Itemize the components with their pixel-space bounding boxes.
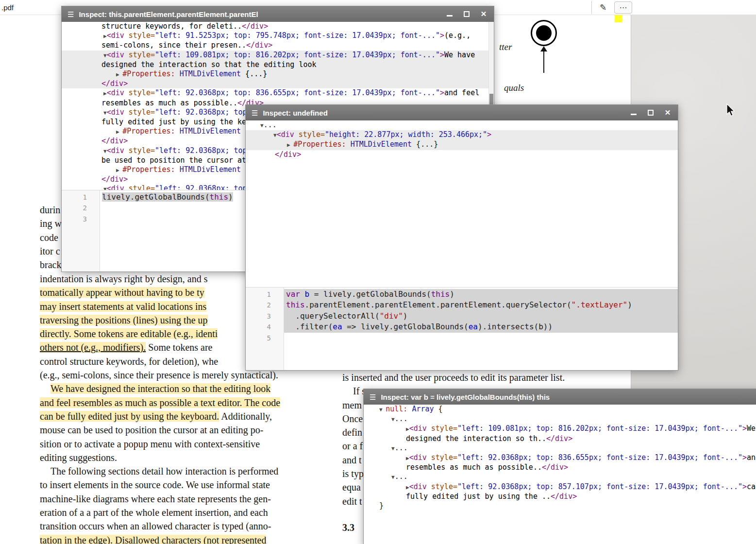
dom-tree-node[interactable]: </div> [246,150,678,159]
line-number: 1 [62,192,87,203]
text-segment: lively.getGlobalBounds( [102,192,210,202]
text-segment: "left: 109.081px; top: 816.202px; font-s… [457,424,742,433]
dom-tree-node[interactable]: fully edited just by using the ..</div> [364,492,756,501]
text-segment: ) [403,311,408,321]
tree-arrow-icon[interactable]: ▼ [103,52,107,59]
line-number: 5 [246,333,271,343]
maximize-button[interactable] [647,109,654,116]
window2-titlebar[interactable]: ☰ Inspect: undefined ✕ [246,105,678,120]
close-button[interactable]: ✕ [664,109,671,116]
dom-tree-node[interactable]: ▼ null: Array { [364,405,756,414]
window-menu-icon[interactable]: ☰ [370,393,376,401]
tree-arrow-icon[interactable]: ▼ [260,122,264,129]
code-area[interactable]: var b = lively.getGlobalBounds(this)this… [284,288,678,370]
code-editor[interactable]: 12345 var b = lively.getGlobalBounds(thi… [246,287,678,370]
text-segment: <div [107,31,124,40]
dom-tree-node[interactable]: structure keywords, for deleti..</div> [62,22,494,31]
dom-tree-node[interactable]: ▶<div style="left: 92.0368px; top: 857.1… [364,482,756,492]
dom-tree-node[interactable]: ▼... [246,120,678,130]
code-line[interactable] [284,333,678,343]
close-button[interactable]: ✕ [480,11,487,17]
tree-arrow-icon[interactable]: ▼ [103,110,107,116]
dom-tree-node[interactable]: ▶<div style="left: 92.0368px; top: 836.6… [62,88,494,98]
text-segment: => lively.getGlobalBounds( [342,322,469,331]
code-line[interactable]: this.parentElement.parentElement.parentE… [284,300,678,310]
pdf-text-line: sition or to activate a popup menu with … [40,437,329,451]
maximize-button[interactable] [463,11,470,17]
code-line[interactable]: var b = lively.getGlobalBounds(this) [284,289,678,300]
tree-arrow-icon[interactable]: ▼ [391,474,395,480]
mouse-cursor [726,103,738,118]
dom-tree-node[interactable]: ▼... [364,443,756,453]
tree-arrow-icon[interactable]: ▶ [287,142,293,148]
text: edit t [342,496,362,507]
tree-arrow-icon[interactable]: ▼ [391,416,395,423]
dom-tree-pane: ▼ null: Array {▼...▶<div style="left: 10… [364,405,756,544]
text-segment: ... [264,120,277,129]
minimize-button[interactable] [630,109,637,116]
text-segment: HTMLDivElement [175,165,241,174]
dom-tree-node[interactable]: ▶ #Properties: HTMLDivElement {...} [246,140,678,150]
code-line[interactable]: .filter(ea => lively.getGlobalBounds(ea)… [284,322,678,332]
text-segment: b [305,289,310,299]
tree-arrow-icon[interactable]: ▶ [103,90,107,97]
edit-pencil-button[interactable]: ✎ [595,1,611,14]
highlighted-text: We have designed the interaction so that… [50,383,270,394]
tree-arrow-icon[interactable]: ▼ [391,445,395,452]
dom-tree-node[interactable]: ▼... [364,414,756,424]
pdf-text-line: transition occurs when an allowed charac… [40,519,329,533]
text-segment: HTMLDivElement [175,69,241,78]
dom-tree-node[interactable]: ▼<div style="left: 109.081px; top: 816.2… [62,51,494,60]
dom-tree-node[interactable]: ▶<div style="left: 92.0368px; top: 836.6… [364,453,756,463]
tree-arrow-icon[interactable]: ▼ [379,407,386,413]
window3-titlebar[interactable]: ☰ Inspect: var b = lively.getGlobalBound… [364,389,756,405]
dom-tree-node[interactable]: } [364,501,756,510]
text-segment: = lively.getGlobalBounds( [309,289,431,299]
tree-arrow-icon[interactable]: ▼ [103,148,107,154]
tree-arrow-icon[interactable]: ▼ [273,132,277,138]
text-segment: this [210,192,229,202]
text-segment: ea [333,322,342,331]
text-segment: > [440,88,444,97]
dom-tree-node[interactable]: semi-colons, since their presen..</div> [62,41,494,50]
text-segment: .querySelectorAll( [286,311,380,321]
text-segment: <div [107,146,124,155]
tree-arrow-icon[interactable]: ▼ [103,186,107,190]
text-segment: </div> [542,463,568,472]
pdf-text-fragment: code [40,231,62,244]
code-line[interactable]: .querySelectorAll("div") [284,311,678,322]
text-segment: ... [395,414,408,423]
tree-arrow-icon[interactable]: ▶ [406,455,409,461]
dom-tree-node[interactable]: ▶ #Properties: HTMLDivElement {...} [62,69,494,79]
dom-tree-node[interactable]: ▶<div style="left: 91.5253px; top: 795.7… [62,31,494,41]
window-menu-icon[interactable]: ☰ [252,109,258,117]
dom-tree-node[interactable]: ▶<div style="left: 109.081px; top: 816.2… [364,424,756,434]
dom-tree-node[interactable]: ▼<div style="height: 22.877px; width: 25… [246,130,678,140]
dom-tree-node[interactable]: </div> [62,79,494,88]
pdf-text-line: can be fully edited just by using the ke… [40,409,329,423]
text-segment: designed the interaction so th.. [406,434,546,443]
text-segment: "left: 92.0368px; top: 857.107px; font-s… [457,482,742,491]
window1-titlebar[interactable]: ☰ Inspect: this.parentElement.parentElem… [62,6,494,22]
text-segment: ).intersects(b)) [478,322,553,331]
tree-arrow-icon[interactable]: ▶ [406,484,409,491]
tree-arrow-icon[interactable]: ▶ [406,426,409,432]
dom-tree-node[interactable]: designed the interaction so that the edi… [62,60,494,69]
minimize-button[interactable] [446,11,453,17]
more-options-button[interactable]: ⋯ [614,1,632,14]
dom-tree-node[interactable]: designed the interaction so th..</div> [364,434,756,443]
tree-arrow-icon[interactable]: ▶ [116,167,122,173]
tree-arrow-icon[interactable]: ▶ [116,71,122,78]
text: or a f [342,441,363,451]
text-segment: } [379,501,384,510]
dom-tree-node[interactable]: resembles as much as possible..</div> [364,463,756,472]
line-number: 2 [62,203,87,213]
dom-tree-node[interactable]: ▼... [364,472,756,482]
dom-tree-pane: ▼...▼<div style="height: 22.877px; width… [246,120,678,287]
text-segment: ea [469,322,478,331]
text-segment: > [440,31,444,40]
text-segment: We [747,424,756,433]
window-menu-icon[interactable]: ☰ [67,11,74,18]
tree-arrow-icon[interactable]: ▶ [103,33,107,39]
tree-arrow-icon[interactable]: ▶ [116,129,122,135]
